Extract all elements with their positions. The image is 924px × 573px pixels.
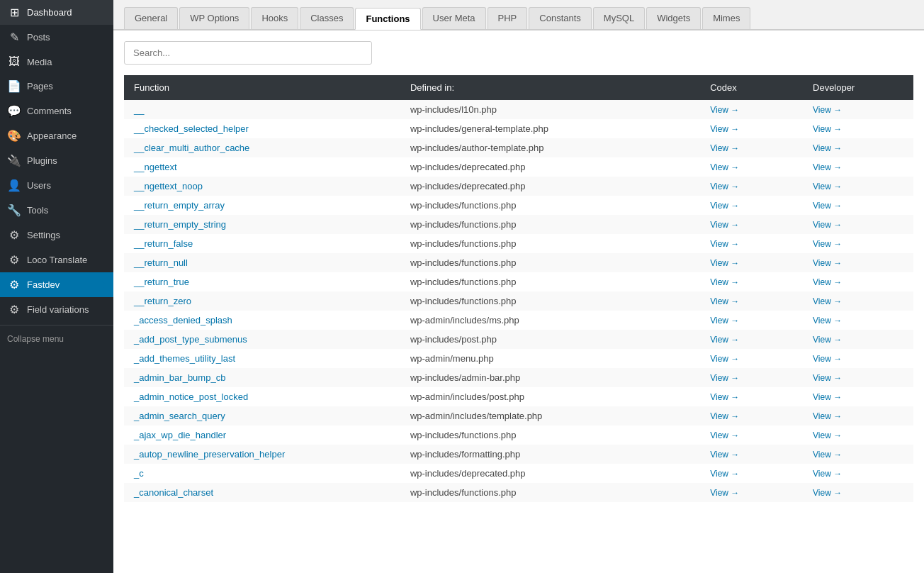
func-link[interactable]: _add_themes_utility_last <box>134 353 235 364</box>
func-link[interactable]: _autop_newline_preservation_helper <box>134 449 285 460</box>
sidebar-item-pages[interactable]: 📄Pages <box>0 74 113 99</box>
developer-link[interactable]: View → <box>813 373 842 383</box>
codex-link[interactable]: View → <box>710 277 739 287</box>
developer-link[interactable]: View → <box>813 488 842 498</box>
func-link[interactable]: __return_zero <box>134 296 191 306</box>
developer-link[interactable]: View → <box>813 277 842 287</box>
sidebar-item-field-variations[interactable]: ⚙Field variations <box>0 297 113 322</box>
developer-link[interactable]: View → <box>813 124 842 134</box>
func-link[interactable]: _c <box>134 468 144 479</box>
sidebar-item-dashboard[interactable]: ⊞Dashboard <box>0 0 113 25</box>
developer-link[interactable]: View → <box>813 182 842 191</box>
codex-link[interactable]: View → <box>710 239 739 249</box>
developer-cell: View → <box>803 138 913 157</box>
tab-general[interactable]: General <box>124 7 178 29</box>
sidebar: ⊞Dashboard✎Posts🖼Media📄Pages💬Comments🎨Ap… <box>0 0 113 573</box>
codex-link[interactable]: View → <box>710 411 739 421</box>
developer-link[interactable]: View → <box>813 105 842 115</box>
developer-link[interactable]: View → <box>813 162 842 172</box>
developer-link[interactable]: View → <box>813 392 842 402</box>
codex-link[interactable]: View → <box>710 143 739 153</box>
sidebar-label-posts: Posts <box>27 32 106 43</box>
codex-link[interactable]: View → <box>710 450 739 460</box>
developer-link[interactable]: View → <box>813 469 842 479</box>
func-name-cell: __return_null <box>124 253 400 272</box>
func-link[interactable]: __return_empty_array <box>134 200 225 211</box>
func-link[interactable]: __return_false <box>134 238 193 249</box>
func-link[interactable]: __clear_multi_author_cache <box>134 143 249 153</box>
developer-link[interactable]: View → <box>813 296 842 306</box>
func-link[interactable]: _add_post_type_submenus <box>134 334 247 345</box>
func-link[interactable]: _admin_notice_post_locked <box>134 391 248 402</box>
table-row: _canonical_charsetwp-includes/functions.… <box>124 483 913 502</box>
sidebar-item-media[interactable]: 🖼Media <box>0 50 113 74</box>
developer-link[interactable]: View → <box>813 143 842 153</box>
func-link[interactable]: _access_denied_splash <box>134 315 232 326</box>
func-link[interactable]: __return_true <box>134 277 189 287</box>
developer-link[interactable]: View → <box>813 354 842 364</box>
codex-link[interactable]: View → <box>710 488 739 498</box>
codex-link[interactable]: View → <box>710 469 739 479</box>
sidebar-item-settings[interactable]: ⚙Settings <box>0 223 113 247</box>
developer-link[interactable]: View → <box>813 411 842 421</box>
tools-icon: 🔧 <box>7 204 21 217</box>
tab-mimes[interactable]: Mimes <box>702 7 750 29</box>
codex-link[interactable]: View → <box>710 124 739 134</box>
tab-constants[interactable]: Constants <box>529 7 592 29</box>
codex-link[interactable]: View → <box>710 392 739 402</box>
collapse-menu[interactable]: Collapse menu <box>0 328 113 350</box>
func-link[interactable]: __checked_selected_helper <box>134 123 249 134</box>
sidebar-item-posts[interactable]: ✎Posts <box>0 25 113 50</box>
func-name-cell: _add_post_type_submenus <box>124 330 400 349</box>
func-link[interactable]: __return_empty_string <box>134 219 226 230</box>
func-link[interactable]: _ajax_wp_die_handler <box>134 430 226 440</box>
codex-link[interactable]: View → <box>710 201 739 211</box>
pages-icon: 📄 <box>7 79 21 93</box>
codex-link[interactable]: View → <box>710 182 739 191</box>
sidebar-item-comments[interactable]: 💬Comments <box>0 99 113 123</box>
tab-classes[interactable]: Classes <box>300 7 354 29</box>
codex-link[interactable]: View → <box>710 354 739 364</box>
func-link[interactable]: __return_null <box>134 257 188 268</box>
codex-link[interactable]: View → <box>710 316 739 326</box>
tab-wp-options[interactable]: WP Options <box>179 7 249 29</box>
func-link[interactable]: _admin_bar_bump_cb <box>134 372 225 383</box>
sidebar-item-plugins[interactable]: 🔌Plugins <box>0 148 113 173</box>
developer-link[interactable]: View → <box>813 430 842 440</box>
developer-link[interactable]: View → <box>813 258 842 268</box>
codex-link[interactable]: View → <box>710 105 739 115</box>
func-link[interactable]: __ <box>134 104 144 115</box>
sidebar-item-tools[interactable]: 🔧Tools <box>0 198 113 223</box>
codex-link[interactable]: View → <box>710 162 739 172</box>
developer-link[interactable]: View → <box>813 335 842 345</box>
sidebar-item-appearance[interactable]: 🎨Appearance <box>0 123 113 148</box>
developer-cell: View → <box>803 272 913 291</box>
developer-link[interactable]: View → <box>813 316 842 326</box>
developer-cell: View → <box>803 291 913 311</box>
func-link[interactable]: _canonical_charset <box>134 487 213 498</box>
sidebar-item-loco-translate[interactable]: ⚙Loco Translate <box>0 247 113 272</box>
func-link[interactable]: __ngettext_noop <box>134 181 203 191</box>
tab-mysql[interactable]: MySQL <box>593 7 645 29</box>
tab-php[interactable]: PHP <box>488 7 528 29</box>
func-name-cell: _c <box>124 464 400 483</box>
tab-user-meta[interactable]: User Meta <box>422 7 486 29</box>
tab-functions[interactable]: Functions <box>355 8 420 30</box>
developer-link[interactable]: View → <box>813 450 842 460</box>
codex-link[interactable]: View → <box>710 373 739 383</box>
codex-link[interactable]: View → <box>710 430 739 440</box>
codex-link[interactable]: View → <box>710 258 739 268</box>
search-input[interactable] <box>124 41 372 65</box>
developer-link[interactable]: View → <box>813 239 842 249</box>
tab-hooks[interactable]: Hooks <box>251 7 298 29</box>
func-link[interactable]: __ngettext <box>134 162 177 172</box>
func-link[interactable]: _admin_search_query <box>134 411 225 421</box>
codex-link[interactable]: View → <box>710 220 739 230</box>
sidebar-item-fastdev[interactable]: ⚙Fastdev <box>0 272 113 297</box>
tab-widgets[interactable]: Widgets <box>646 7 701 29</box>
developer-link[interactable]: View → <box>813 201 842 211</box>
codex-link[interactable]: View → <box>710 296 739 306</box>
codex-link[interactable]: View → <box>710 335 739 345</box>
developer-link[interactable]: View → <box>813 220 842 230</box>
sidebar-item-users[interactable]: 👤Users <box>0 173 113 198</box>
